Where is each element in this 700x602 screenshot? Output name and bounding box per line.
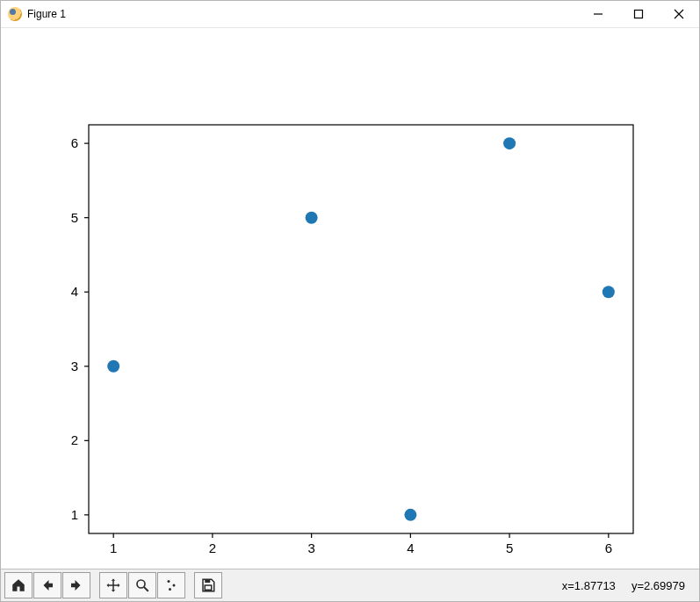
x-tick-label: 1 xyxy=(110,540,117,555)
svg-rect-18 xyxy=(205,579,210,583)
arrow-left-icon xyxy=(40,577,55,593)
pan-button[interactable] xyxy=(99,572,127,598)
y-tick-label: 4 xyxy=(71,284,78,299)
forward-button[interactable] xyxy=(62,572,90,598)
minimize-button[interactable] xyxy=(578,1,618,27)
titlebar: Figure 1 xyxy=(1,1,699,28)
sliders-icon xyxy=(163,577,179,593)
x-tick-label: 4 xyxy=(407,540,414,555)
y-tick-label: 6 xyxy=(71,135,78,150)
y-tick-label: 2 xyxy=(71,432,78,447)
x-tick-label: 2 xyxy=(209,540,216,555)
x-tick-label: 6 xyxy=(605,540,612,555)
matplotlib-icon xyxy=(8,7,22,21)
svg-rect-1 xyxy=(89,125,633,533)
close-icon xyxy=(674,9,684,19)
maximize-icon xyxy=(633,9,644,19)
data-point xyxy=(107,360,119,373)
home-icon xyxy=(11,577,26,593)
maximize-button[interactable] xyxy=(618,1,659,27)
close-button[interactable] xyxy=(659,1,699,27)
subplots-button[interactable] xyxy=(157,572,185,598)
cursor-coordinates: x=1.87713 y=2.69979 xyxy=(562,579,696,592)
data-point xyxy=(404,509,416,521)
x-tick-label: 5 xyxy=(506,540,513,555)
svg-rect-19 xyxy=(205,585,212,590)
scatter-plot: 123456123456 xyxy=(1,28,699,570)
zoom-button[interactable] xyxy=(128,572,156,598)
home-button[interactable] xyxy=(4,572,32,598)
arrow-right-icon xyxy=(69,577,84,593)
x-tick-label: 3 xyxy=(307,540,314,555)
save-icon xyxy=(200,577,216,593)
save-button[interactable] xyxy=(194,572,222,598)
svg-rect-0 xyxy=(635,11,643,18)
y-tick-label: 3 xyxy=(71,359,78,374)
zoom-icon xyxy=(134,577,150,593)
minimize-icon xyxy=(593,9,603,19)
data-point xyxy=(503,137,516,149)
data-point xyxy=(306,212,318,224)
y-tick-label: 1 xyxy=(71,507,78,522)
data-point xyxy=(603,286,615,298)
svg-point-16 xyxy=(173,584,176,587)
plot-canvas[interactable]: 123456123456 xyxy=(1,28,699,569)
move-icon xyxy=(105,577,121,593)
svg-point-17 xyxy=(169,588,171,591)
y-tick-label: 5 xyxy=(71,210,78,225)
window-title: Figure 1 xyxy=(27,8,66,20)
svg-point-14 xyxy=(137,580,145,588)
nav-toolbar: x=1.87713 y=2.69979 xyxy=(1,569,699,601)
svg-point-15 xyxy=(168,580,170,583)
figure-window: Figure 1 123456123456 xyxy=(0,0,700,602)
back-button[interactable] xyxy=(33,572,61,598)
